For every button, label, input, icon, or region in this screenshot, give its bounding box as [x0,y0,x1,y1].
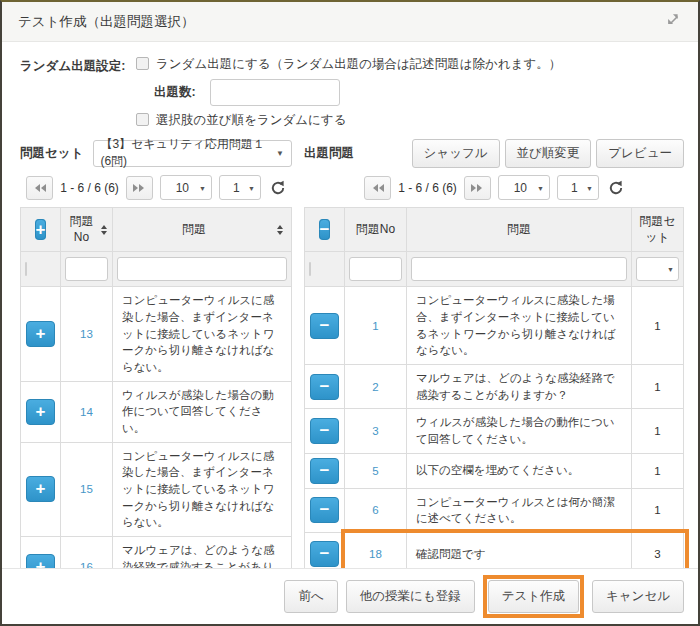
previous-button[interactable]: 前へ [284,580,337,613]
sort-icon[interactable] [277,225,283,235]
selected-questions-title: 出題問題 [304,145,354,162]
caret-down-icon: ▼ [667,266,674,273]
annotation-box: テスト作成 [483,575,584,618]
add-question-button[interactable]: + [26,321,55,347]
shuffle-choices-checkbox-label: 選択肢の並び順をランダムにする [156,112,346,129]
modal-footer: 前へ 他の授業にも登録 テスト作成 キャンセル [2,568,698,624]
random-settings-label: ランダム出題設定: [20,56,136,75]
refresh-icon[interactable] [270,180,286,196]
question-text: ウィルスが感染した場合の動作について回答してください。 [113,381,292,442]
left-last-page-button[interactable] [126,176,153,200]
table-row: +14ウィルスが感染した場合の動作について回答してください。 [21,381,292,442]
shuffle-choices-checkbox[interactable] [136,113,149,126]
caret-down-icon: ▼ [248,184,255,191]
col-header-question: 問題 [507,222,531,236]
cancel-button[interactable]: キャンセル [592,580,684,613]
table-row: +13コンピューターウィルスに感染した場合、まずインターネットに接続しているネッ… [21,287,292,381]
remove-all-button[interactable]: − [319,219,331,240]
right-filter-set-select[interactable]: ▼ [636,257,679,281]
selected-questions-table: − 問題No 問題 問題セット ▼ [304,207,684,568]
remove-question-button[interactable]: − [310,313,339,339]
question-count-row: 出題数: [154,79,684,106]
left-table-wrap: + 問題No 問題 [20,207,292,568]
question-text: コンピューターウィルスに感染した場合、まずインターネットに接続しているネットワー… [113,287,292,381]
col-header-question-no: 問題No [356,222,395,236]
question-count-input[interactable] [210,79,340,106]
shuffle-button[interactable]: シャッフル [412,139,500,168]
question-text: コンピューターウィルスに感染した場合、まずインターネットに接続しているネットワー… [407,287,632,365]
right-page-size-select[interactable]: 10 ▼ [498,175,550,200]
shuffle-choices-row: 選択肢の並び順をランダムにする [136,112,684,129]
left-page-size-value: 10 [176,181,189,195]
right-page-select[interactable]: 1 ▼ [557,175,599,200]
register-other-classes-button[interactable]: 他の授業にも登録 [346,580,475,613]
remove-question-button[interactable]: − [310,418,339,444]
modal-header: テスト作成（出題問題選択） [2,2,698,42]
left-first-page-button[interactable] [26,176,53,200]
right-filter-no-input[interactable] [349,257,402,281]
add-question-button[interactable]: + [26,554,55,568]
col-header-question: 問題 [115,221,273,238]
test-creation-modal: テスト作成（出題問題選択） ランダム出題設定: ランダム出題にする（ランダム出題… [0,0,700,626]
caret-down-icon: ▼ [276,149,284,158]
question-text: ウィルスが感染した場合の動作について回答してください。 [407,409,632,453]
question-no-link[interactable]: 18 [369,548,382,560]
question-no-link[interactable]: 3 [372,425,378,437]
question-set-table: + 問題No 問題 [20,207,292,568]
remove-question-button[interactable]: − [310,374,339,400]
right-last-page-button[interactable] [464,176,491,200]
question-no-link[interactable]: 14 [80,406,93,418]
preview-button[interactable]: プレビュー [596,139,684,168]
question-no-link[interactable]: 2 [372,381,378,393]
reorder-button[interactable]: 並び順変更 [505,139,592,168]
question-no-link[interactable]: 16 [80,561,93,568]
col-header-question-set: 問題セット [639,214,675,244]
add-all-button[interactable]: + [35,219,47,240]
add-question-button[interactable]: + [26,399,55,425]
question-no-link[interactable]: 6 [372,504,378,516]
question-set-value: 1 [632,453,684,488]
caret-down-icon: ▼ [537,184,544,191]
filter-disabled-cell [25,262,27,276]
question-set-panel: 問題セット 【3】セキュリティ応用問題１(6問) ▼ 1 - 6 / 6 (6)… [20,139,292,568]
question-no-link[interactable]: 15 [80,483,93,495]
right-page-range: 1 - 6 / 6 (6) [398,181,457,195]
random-output-checkbox[interactable] [136,57,149,70]
sort-icon[interactable] [101,225,107,235]
question-no-link[interactable]: 5 [372,465,378,477]
question-set-value: 1 [632,488,684,532]
create-test-button[interactable]: テスト作成 [488,580,579,613]
question-no-link[interactable]: 13 [80,328,93,340]
table-row: −2マルウェアは、どのような感染経路で感染することがありますか？1 [305,364,684,408]
random-output-checkbox-label: ランダム出題にする（ランダム出題の場合は記述問題は除かれます。） [156,56,561,73]
random-settings-row: ランダム出題設定: ランダム出題にする（ランダム出題の場合は記述問題は除かれます… [20,56,684,75]
question-text: コンピューターウィルスに感染した場合、まずインターネットに接続しているネットワー… [113,442,292,536]
left-page-select[interactable]: 1 ▼ [219,175,261,200]
expand-icon[interactable] [666,12,682,31]
left-page-size-select[interactable]: 10 ▼ [160,175,212,200]
add-question-button[interactable]: + [26,476,55,502]
remove-question-button[interactable]: − [310,458,339,484]
question-text: マルウェアは、どのような感染経路で感染することがありますか？ [407,364,632,408]
modal-body: ランダム出題設定: ランダム出題にする（ランダム出題の場合は記述問題は除かれます… [2,42,698,568]
question-no-link[interactable]: 1 [372,320,378,332]
left-pagination: 1 - 6 / 6 (6) 10 ▼ 1 ▼ [20,175,292,200]
remove-question-button[interactable]: − [310,541,339,567]
question-count-label: 出題数: [154,84,196,101]
caret-down-icon: ▼ [199,184,206,191]
right-filter-question-input[interactable] [411,257,627,281]
left-page-value: 1 [233,181,240,195]
table-row: +16マルウェアは、どのような感染経路で感染することがありますか？ [21,536,292,568]
col-header-question-no: 問題No [67,214,97,245]
left-filter-no-input[interactable] [65,257,108,281]
table-row: −3ウィルスが感染した場合の動作について回答してください。1 [305,409,684,453]
question-text: マルウェアは、どのような感染経路で感染することがありますか？ [113,536,292,568]
remove-question-button[interactable]: − [310,497,339,523]
question-text: 確認問題です [407,532,632,568]
refresh-icon[interactable] [608,180,624,196]
question-set-dropdown[interactable]: 【3】セキュリティ応用問題１(6問) ▼ [93,140,292,167]
left-filter-question-input[interactable] [117,257,287,281]
question-set-value: 1 [632,409,684,453]
right-first-page-button[interactable] [364,176,391,200]
question-text: コンピューターウィルスとは何か簡潔に述べてください。 [407,488,632,532]
